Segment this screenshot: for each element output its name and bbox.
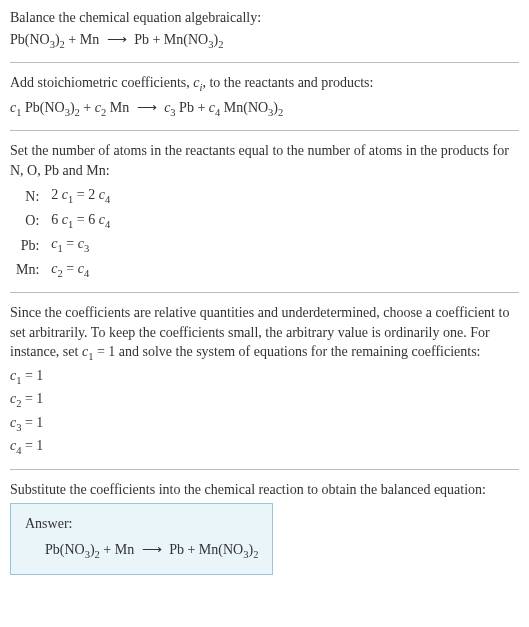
step3-text: Since the coefficients are relative quan…	[10, 303, 519, 365]
intro-text: Balance the chemical equation algebraica…	[10, 8, 519, 28]
var-sub: 4	[105, 194, 110, 205]
coef: 2	[51, 187, 62, 202]
text-part: = 1 and solve the system of equations fo…	[93, 344, 480, 359]
divider	[10, 130, 519, 131]
atom-equation: 2 c1 = 2 c4	[45, 184, 116, 208]
answer-box: Answer: Pb(NO3)2 + Mn ⟶ Pb + Mn(NO3)2	[10, 503, 273, 575]
eq-value: = 1	[21, 415, 43, 430]
coef: 6	[51, 212, 62, 227]
step2-section: Set the number of atoms in the reactants…	[10, 141, 519, 282]
coef: 2	[88, 187, 99, 202]
eq-value: = 1	[21, 438, 43, 453]
eq-part: Pb +	[176, 100, 209, 115]
step1-section: Add stoichiometric coefficients, ci, to …	[10, 73, 519, 120]
atoms-table: N: 2 c1 = 2 c4 O: 6 c1 = 6 c4 Pb: c1 = c…	[10, 184, 116, 282]
coeff-line: c2 = 1	[10, 389, 519, 411]
text-part: Add stoichiometric coefficients,	[10, 75, 193, 90]
table-row: O: 6 c1 = 6 c4	[10, 209, 116, 233]
eq-part: + Mn	[65, 32, 99, 47]
atom-label: Pb:	[10, 233, 45, 257]
eq-part: Pb(NO	[21, 100, 64, 115]
arrow-icon: ⟶	[129, 100, 164, 115]
eq-sign: =	[73, 212, 88, 227]
coef: 6	[88, 212, 99, 227]
eq-value: = 1	[21, 368, 43, 383]
eq-sub: 2	[218, 38, 223, 49]
eq-sub: 2	[253, 549, 258, 560]
eq-sign: =	[63, 261, 78, 276]
eq-sign: =	[63, 236, 78, 251]
var-sub: 4	[84, 267, 89, 278]
eq-part: Mn	[106, 100, 129, 115]
step1-equation: c1 Pb(NO3)2 + c2 Mn ⟶ c3 Pb + c4 Mn(NO3)…	[10, 98, 519, 120]
step2-text: Set the number of atoms in the reactants…	[10, 141, 519, 180]
atom-equation: c2 = c4	[45, 258, 116, 282]
table-row: Mn: c2 = c4	[10, 258, 116, 282]
eq-part: +	[80, 100, 95, 115]
text-part: , to the reactants and products:	[202, 75, 373, 90]
table-row: Pb: c1 = c3	[10, 233, 116, 257]
atom-equation: 6 c1 = 6 c4	[45, 209, 116, 233]
eq-sign: =	[73, 187, 88, 202]
coeff-line: c1 = 1	[10, 366, 519, 388]
arrow-icon: ⟶	[99, 32, 134, 47]
coeff-line: c4 = 1	[10, 436, 519, 458]
divider	[10, 469, 519, 470]
step4-text: Substitute the coefficients into the che…	[10, 480, 519, 500]
eq-part: Pb + Mn(NO	[134, 32, 208, 47]
eq-part: Mn(NO	[220, 100, 268, 115]
step4-section: Substitute the coefficients into the che…	[10, 480, 519, 576]
step1-text: Add stoichiometric coefficients, ci, to …	[10, 73, 519, 95]
var-sub: 4	[105, 219, 110, 230]
answer-equation: Pb(NO3)2 + Mn ⟶ Pb + Mn(NO3)2	[25, 540, 258, 562]
arrow-icon: ⟶	[134, 542, 169, 557]
eq-part: + Mn	[100, 542, 134, 557]
eq-part: Pb(NO	[45, 542, 85, 557]
intro-equation: Pb(NO3)2 + Mn ⟶ Pb + Mn(NO3)2	[10, 30, 519, 52]
coeff-line: c3 = 1	[10, 413, 519, 435]
atom-equation: c1 = c3	[45, 233, 116, 257]
eq-sub: 2	[278, 106, 283, 117]
eq-part: Pb(NO	[10, 32, 50, 47]
divider	[10, 62, 519, 63]
var-sub: 3	[84, 243, 89, 254]
eq-value: = 1	[21, 391, 43, 406]
intro-section: Balance the chemical equation algebraica…	[10, 8, 519, 52]
atom-label: O:	[10, 209, 45, 233]
atom-label: N:	[10, 184, 45, 208]
step3-section: Since the coefficients are relative quan…	[10, 303, 519, 459]
table-row: N: 2 c1 = 2 c4	[10, 184, 116, 208]
atom-label: Mn:	[10, 258, 45, 282]
answer-label: Answer:	[25, 514, 258, 534]
divider	[10, 292, 519, 293]
eq-part: Pb + Mn(NO	[169, 542, 243, 557]
